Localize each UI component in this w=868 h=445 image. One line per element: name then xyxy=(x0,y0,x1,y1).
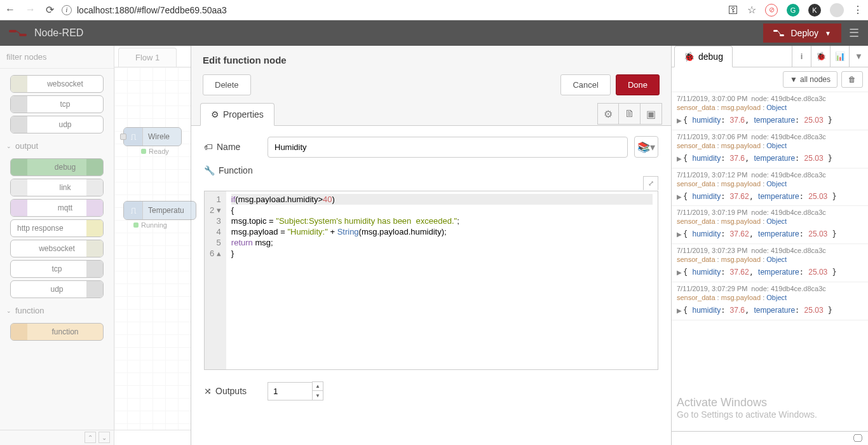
debug-message[interactable]: 7/11/2019, 3:07:12 PMnode: 419db4ce.d8ca… xyxy=(672,168,868,207)
category-function[interactable]: ⌄function xyxy=(0,301,114,320)
done-button[interactable]: Done xyxy=(616,74,660,95)
filter-input[interactable] xyxy=(4,50,110,64)
collapse-down-icon[interactable]: ⌄ xyxy=(98,432,110,443)
logo-icon xyxy=(9,29,28,38)
filter-icon: ▼ xyxy=(790,75,797,84)
palette-node-mqtt[interactable]: mqtt xyxy=(10,199,104,217)
debug-message[interactable]: 7/11/2019, 3:07:23 PMnode: 419db4ce.d8ca… xyxy=(672,244,868,282)
node-settings-icon[interactable]: ⚙ xyxy=(597,103,619,125)
sidebar: 🐞 debug i 🐞 📊 ▼ ▼all nodes 🗑 7/11/2019, … xyxy=(671,46,868,445)
collapse-up-icon[interactable]: ⌃ xyxy=(85,432,96,443)
app-title: Node-RED xyxy=(34,27,83,39)
palette-node-websocket-out[interactable]: websocket xyxy=(10,240,104,257)
reload-icon[interactable]: ⟳ xyxy=(46,4,54,16)
name-label: 🏷Name xyxy=(204,142,261,152)
cancel-button[interactable]: Cancel xyxy=(560,74,610,95)
tab-properties[interactable]: ⚙ Properties xyxy=(200,103,275,126)
palette-node-function[interactable]: function xyxy=(10,323,104,341)
url-bar[interactable]: i localhost:1880/#flow/7eddbe69.50aa3 xyxy=(62,5,721,15)
gear-icon: ⚙ xyxy=(211,109,219,120)
deploy-button[interactable]: Deploy ▼ xyxy=(763,24,842,43)
url-text: localhost:1880/#flow/7eddbe69.50aa3 xyxy=(77,5,227,15)
outputs-input[interactable] xyxy=(268,382,312,400)
debug-messages[interactable]: 7/11/2019, 3:07:00 PMnode: 419db4ce.d8ca… xyxy=(672,92,868,431)
debug-message[interactable]: 7/11/2019, 3:07:06 PMnode: 419db4ce.d8ca… xyxy=(672,130,868,168)
outputs-label: ⤨Outputs xyxy=(204,386,261,396)
debug-message[interactable]: 7/11/2019, 3:07:00 PMnode: 419db4ce.d8ca… xyxy=(672,92,868,130)
wrench-icon: 🔧 xyxy=(204,165,215,175)
chart-tab-icon[interactable]: 📊 xyxy=(830,46,849,67)
dropdown-tab-icon[interactable]: ▼ xyxy=(849,46,868,67)
palette-node-udp-out[interactable]: udp xyxy=(10,280,104,298)
function-icon: ⎍ xyxy=(124,202,143,219)
star-icon[interactable]: ☆ xyxy=(747,4,756,16)
browser-toolbar: ← → ⟳ i localhost:1880/#flow/7eddbe69.50… xyxy=(0,0,868,20)
palette-node-tcp-out[interactable]: tcp xyxy=(10,260,104,278)
console-icon[interactable]: 🖵 xyxy=(853,433,863,444)
name-input[interactable] xyxy=(268,137,628,158)
line-gutter: 12 ▾3456 ▴ xyxy=(205,191,226,369)
hamburger-icon[interactable]: ☰ xyxy=(849,26,859,40)
palette-footer: ⌃ ⌄ xyxy=(0,430,114,445)
debug-message[interactable]: 7/11/2019, 3:07:29 PMnode: 419db4ce.d8ca… xyxy=(672,282,868,320)
deploy-label: Deploy xyxy=(791,28,819,38)
serial-icon: ⎍ xyxy=(124,128,143,146)
debug-tab-icon[interactable]: 🐞 xyxy=(811,46,830,67)
trash-icon: 🗑 xyxy=(848,75,856,84)
tab-debug[interactable]: 🐞 debug xyxy=(674,46,733,67)
debug-message[interactable]: 7/11/2019, 3:07:19 PMnode: 419db4ce.d8ca… xyxy=(672,206,868,244)
canvas-footer xyxy=(114,430,191,445)
svg-rect-2 xyxy=(773,30,778,32)
info-tab-icon[interactable]: i xyxy=(792,46,811,67)
flow-canvas[interactable]: Flow 1 ⎍ Wirele Ready ⎍ Temperatu Runnin… xyxy=(114,46,191,445)
palette: websocket tcp udp ⌄output debug link mqt… xyxy=(0,46,114,445)
browser-menu-icon[interactable]: ⋮ xyxy=(853,4,863,16)
canvas-node-wireless[interactable]: ⎍ Wirele xyxy=(123,127,182,146)
back-icon[interactable]: ← xyxy=(5,4,15,16)
bookmark-button[interactable]: 📚▾ xyxy=(634,136,658,158)
clear-debug[interactable]: 🗑 xyxy=(841,71,863,88)
node-status: Ready xyxy=(141,147,169,155)
forward-icon[interactable]: → xyxy=(25,4,36,16)
node-description-icon[interactable]: 🗎 xyxy=(619,103,641,125)
palette-node-websocket[interactable]: websocket xyxy=(10,75,104,93)
canvas-node-temperature[interactable]: ⎍ Temperatu xyxy=(123,201,196,220)
tag-icon: 🏷 xyxy=(204,142,213,152)
svg-rect-0 xyxy=(9,30,17,32)
key-icon[interactable]: ⚿ xyxy=(728,4,738,16)
node-status: Running xyxy=(133,221,167,229)
code-editor[interactable]: ⤢ 12 ▾3456 ▴ if(msg.payload.humidity>40)… xyxy=(204,191,658,370)
profile-icon[interactable] xyxy=(830,3,844,17)
function-label: 🔧Function xyxy=(204,165,261,175)
chevron-down-icon: ⌄ xyxy=(6,308,11,314)
node-port[interactable] xyxy=(120,134,126,140)
palette-node-link[interactable]: link xyxy=(10,179,104,196)
spinner-down[interactable]: ▼ xyxy=(313,391,323,400)
chevron-down-icon: ⌄ xyxy=(6,143,11,149)
ext-icon-3[interactable]: K xyxy=(808,4,821,17)
ext-icon-1[interactable]: ⊘ xyxy=(765,4,778,17)
filter-all-nodes[interactable]: ▼all nodes xyxy=(783,71,837,88)
chevron-down-icon: ▼ xyxy=(825,30,831,37)
palette-node-udp[interactable]: udp xyxy=(10,116,104,134)
expand-icon[interactable]: ⤢ xyxy=(643,176,658,190)
palette-node-debug[interactable]: debug xyxy=(10,158,104,176)
sidebar-footer: 🖵 xyxy=(672,431,868,445)
info-icon[interactable]: i xyxy=(62,5,72,15)
code-content[interactable]: if(msg.payload.humidity>40) { msg.topic … xyxy=(226,191,658,369)
bug-icon: 🐞 xyxy=(684,51,695,62)
palette-node-http-response[interactable]: http response xyxy=(10,219,104,237)
node-appearance-icon[interactable]: ▣ xyxy=(641,103,662,125)
delete-button[interactable]: Delete xyxy=(203,74,251,95)
category-output[interactable]: ⌄output xyxy=(0,136,114,156)
deploy-icon xyxy=(773,29,785,37)
shuffle-icon: ⤨ xyxy=(204,386,212,396)
app-header: Node-RED Deploy ▼ ☰ xyxy=(0,20,868,46)
ext-icon-2[interactable]: G xyxy=(787,4,799,17)
edit-title: Edit function node xyxy=(191,46,671,74)
flow-tab[interactable]: Flow 1 xyxy=(118,48,177,67)
edit-panel: Edit function node Delete Cancel Done ⚙ … xyxy=(191,46,671,445)
palette-node-tcp[interactable]: tcp xyxy=(10,95,104,113)
spinner-up[interactable]: ▲ xyxy=(313,382,323,391)
